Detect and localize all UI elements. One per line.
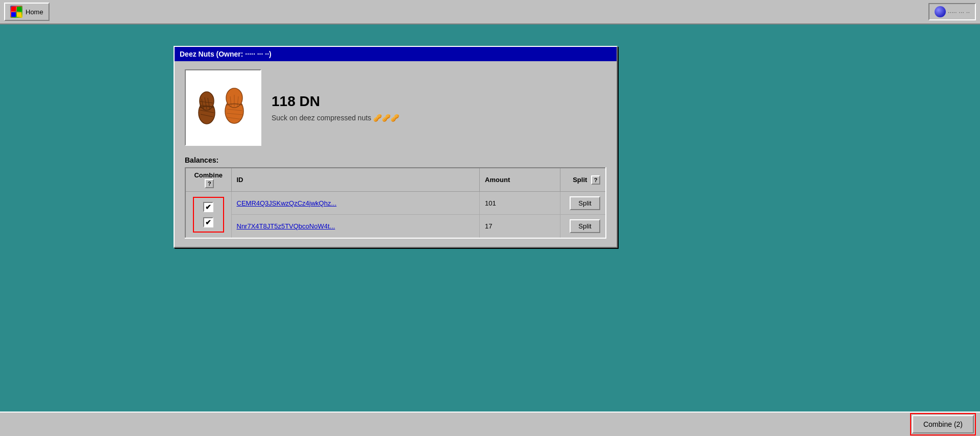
row2-id: Nnr7X4T8JT5z5TVQbcoNoW4t... [231, 215, 480, 238]
svg-rect-1 [17, 7, 21, 11]
home-icon [10, 6, 22, 18]
row1-id: CEMR4Q3JSKwzQzCz4jwkQhz... [231, 192, 480, 215]
row1-checkbox[interactable]: ✔ [203, 202, 213, 212]
balances-table: Combine ? ID Amount Split ? [185, 167, 606, 239]
row2-amount: 17 [480, 215, 560, 238]
id-header: ID [231, 168, 480, 192]
row1-split-button[interactable]: Split [570, 196, 600, 210]
combine-button[interactable]: Combine (2) [912, 415, 974, 433]
item-details: 118 DN Suck on deez compressed nuts 🥜🥜🥜 [272, 93, 399, 122]
svg-rect-2 [11, 12, 16, 17]
checkbox-group: ✔ ✔ [193, 197, 224, 233]
item-image [185, 69, 261, 146]
svg-rect-3 [17, 12, 21, 17]
row1-id-link[interactable]: CEMR4Q3JSKwzQzCz4jwkQhz... [237, 199, 337, 207]
bottom-bar: Combine (2) [0, 412, 980, 436]
combine-help-icon[interactable]: ? [205, 179, 214, 188]
token-name: 118 DN [272, 93, 399, 110]
user-label: ····· ··· ·· [948, 8, 970, 16]
combine-header: Combine ? [185, 168, 231, 192]
home-button[interactable]: Home [4, 3, 50, 21]
balances-label: Balances: [185, 156, 606, 164]
globe-icon [935, 6, 946, 17]
token-description: Suck on deez compressed nuts 🥜🥜🥜 [272, 114, 399, 122]
split-help-icon[interactable]: ? [591, 175, 600, 185]
row2-split-cell: Split [560, 215, 606, 238]
svg-rect-0 [11, 7, 16, 11]
taskbar-user: ····· ··· ·· [928, 3, 976, 20]
amount-header: Amount [480, 168, 560, 192]
home-label: Home [26, 8, 43, 16]
item-info: 118 DN Suck on deez compressed nuts 🥜🥜🥜 [185, 69, 606, 146]
row2-checkbox[interactable]: ✔ [203, 217, 213, 227]
row2-split-button[interactable]: Split [570, 219, 600, 233]
row2-id-link[interactable]: Nnr7X4T8JT5z5TVQbcoNoW4t... [237, 222, 335, 230]
taskbar: Home ····· ··· ·· [0, 0, 980, 24]
table-row: Nnr7X4T8JT5z5TVQbcoNoW4t... 17 Split [185, 215, 606, 238]
row1-amount: 101 [480, 192, 560, 215]
table-row: ✔ ✔ CEMR4Q3JSKwzQzCz4jwkQhz... 101 Split [185, 192, 606, 215]
row1-split-cell: Split [560, 192, 606, 215]
dialog-titlebar: Deez Nuts (Owner: ····· ··· ··) [175, 47, 617, 61]
dialog-title: Deez Nuts (Owner: ····· ··· ··) [180, 50, 272, 58]
dialog-body: 118 DN Suck on deez compressed nuts 🥜🥜🥜 … [175, 61, 617, 247]
split-header: Split ? [560, 168, 606, 192]
main-dialog: Deez Nuts (Owner: ····· ··· ··) [174, 46, 618, 248]
